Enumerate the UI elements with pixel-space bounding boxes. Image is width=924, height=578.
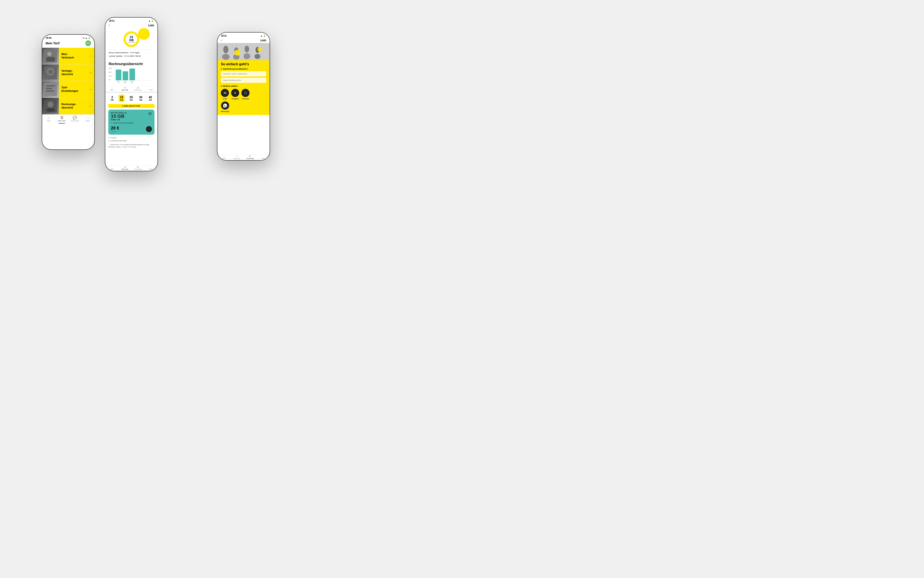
menu-label-4[interactable]: Rechnungs-übersicht → <box>59 98 94 114</box>
arrow-icon-3: → <box>89 87 92 91</box>
nav-tarif-label-left: Mein Tarif <box>58 120 65 122</box>
footer-note: → Jeweils zzgl. 10 € einmalige Bereitste… <box>108 144 154 148</box>
step2-label: 2. Medium wählen: <box>221 85 266 87</box>
gb-option-40[interactable]: 40 GB <box>148 95 154 102</box>
status-icons-left: ▪▪▪ ▲ 🔋 <box>83 37 91 39</box>
mehr-icon-mid2: ··· <box>151 166 152 168</box>
email-label: Email <box>222 98 227 100</box>
menu-text-1: MeinVerbrauch <box>62 53 74 59</box>
gb-option-25[interactable]: 25 GB <box>128 95 134 102</box>
page-title-left: Mein Tarif <box>45 42 60 45</box>
nav-start-right[interactable]: ⌂ Start <box>217 156 230 159</box>
status-bar-mid: 09:51 ▲ 🔋 <box>105 18 157 23</box>
nav-tarif-mid2[interactable]: ☰ Mein Tarif <box>118 166 131 170</box>
medium-threema[interactable]: ⬡ Threema <box>242 89 250 100</box>
menu-list-left: MeinVerbrauch → Vertrags-übersicht → Tar… <box>42 48 94 115</box>
nav-community-right[interactable]: 💬 Community <box>243 156 256 159</box>
new-volume-label: Neues Datenvolumen: <box>109 52 129 54</box>
nav-mehr-left[interactable]: ··· Mehr <box>81 116 94 123</box>
status-time-left: 09:49 <box>46 37 52 39</box>
menu-label-2[interactable]: Vertrags-übersicht → <box>59 65 94 81</box>
gb-option-30[interactable]: 30 GB <box>138 95 144 102</box>
nav-tarif-right[interactable]: ☰ Mein Tarif <box>230 156 243 159</box>
tab-tarif-mid[interactable]: ☰ Mein Tarif <box>118 87 131 91</box>
medium-telegram[interactable]: ✈ Telegram <box>231 89 239 100</box>
menu-img-3 <box>42 81 59 98</box>
tariff-section: 2 GB 15 GB 25 GB 30 GB 40 GB LIEBLINGSTA… <box>105 93 157 149</box>
nav-start-mid2[interactable]: ⌂ Start <box>105 166 118 170</box>
menu-text-2: Vertrags-übersicht <box>62 69 73 76</box>
tab-community-mid[interactable]: 💬 Community <box>131 87 144 91</box>
bottom-nav-right: ⌂ Start ☰ Mein Tarif 💬 Community ··· Meh… <box>217 154 270 160</box>
medium-whatsapp[interactable]: WhatsApp <box>221 101 229 112</box>
login-link-mid[interactable]: Login <box>148 24 154 26</box>
check-icon: ✓ <box>111 122 112 124</box>
status-bar-left: 09:49 ▪▪▪ ▲ 🔋 <box>42 35 94 40</box>
svg-point-20 <box>245 45 249 52</box>
input-phone[interactable] <box>221 78 266 83</box>
login-link-right[interactable]: Login <box>260 39 266 41</box>
telegram-label: Telegram <box>232 98 239 100</box>
gb-option-2[interactable]: 2 GB <box>110 95 115 102</box>
nav-community-mid2[interactable]: 💬 Community <box>131 166 144 170</box>
svg-rect-9 <box>46 90 54 92</box>
tab-mehr-mid[interactable]: ··· Mehr <box>144 87 157 91</box>
nav-community-left[interactable]: 💬 Community <box>68 116 81 123</box>
menu-label-1[interactable]: MeinVerbrauch → <box>59 48 94 64</box>
bar-chart-area: 30 € 20 € 10 € 0 € Okt.'23 Sept.'23 Aug.… <box>105 68 157 86</box>
info-icon[interactable]: ⓘ <box>148 112 152 115</box>
bar-okt <box>116 70 122 80</box>
input-name[interactable] <box>221 71 266 76</box>
home-icon-left: ⌂ <box>48 116 50 119</box>
donut-center: 15 GB von 15 GB <box>127 36 136 43</box>
back-btn-right[interactable]: ‹ <box>221 38 222 42</box>
billing-title: Rechnungsübersicht <box>105 60 157 68</box>
threema-label: Threema <box>242 98 249 100</box>
bottom-nav-mid-tariff: ⌂ Start ☰ Mein Tarif 💬 Community ··· Meh… <box>105 165 157 171</box>
menu-item-rechnung[interactable]: Rechnungs-übersicht → <box>42 98 94 115</box>
y-axis: 30 € 20 € 10 € 0 € <box>109 68 112 81</box>
tarif-icon-right: ☰ <box>237 156 238 157</box>
menu-item-vertrags[interactable]: Vertrags-übersicht → <box>42 65 94 81</box>
svg-rect-6 <box>44 83 57 96</box>
price-period: /Monat <box>111 131 119 133</box>
svg-point-21 <box>243 53 250 59</box>
price-arrow-btn[interactable]: → <box>146 126 152 132</box>
nav-start-left[interactable]: ⌂ Start <box>42 116 55 123</box>
label-okt: Okt.'23 <box>115 81 121 83</box>
last-update-row: Letztes Update: 27.11.2023 / 06:00 <box>109 54 154 58</box>
preisliste-link[interactable]: ⬇ Preisliste <box>108 136 154 140</box>
tariff-feature: ✓ Allnet Flat (Telefonie/SMS) <box>111 122 133 124</box>
tarif-icon-mid2: ☰ <box>124 166 126 168</box>
bar-sept <box>123 71 128 80</box>
lieblingstarf-badge: LIEBLINGSTARF <box>108 104 154 108</box>
tab-start-mid[interactable]: ⌂ Start <box>105 87 118 91</box>
nav-mehr-right[interactable]: ··· Mehr <box>256 156 270 159</box>
email-icon-circle: ✉ <box>221 89 229 97</box>
arrow-note-icon: → <box>108 144 110 145</box>
nav-tarif-left[interactable]: ☰ Mein Tarif <box>55 116 68 123</box>
bar-chart <box>115 68 154 81</box>
tarif-icon-left: ☰ <box>60 116 63 119</box>
tariff-card-header: MITTELWELLE 15 GB Daten LTE ✓ Allnet Fla… <box>111 112 152 124</box>
menu-label-3[interactable]: Tarif-Einstellungen → <box>59 81 94 97</box>
billing-section: Rechnungsübersicht 30 € 20 € 10 € 0 € Ok… <box>105 60 157 86</box>
nav-mehr-mid2[interactable]: ··· Mehr <box>144 166 157 170</box>
status-icons-mid: ▲ 🔋 <box>148 20 154 22</box>
back-btn-mid[interactable]: ‹ <box>109 23 110 27</box>
medium-email[interactable]: ✉ Email <box>221 89 229 100</box>
tarif-icon-mid-tab: ☰ <box>124 87 126 89</box>
phone-left: 09:49 ▪▪▪ ▲ 🔋 Mein Tarif RZ MeinVerbrauc… <box>42 34 95 150</box>
menu-text-3: Tarif-Einstellungen <box>62 86 78 93</box>
community-icon-mid2: 💬 <box>137 166 139 168</box>
home-icon-mid-tab: ⌂ <box>111 87 112 89</box>
community-icon-left: 💬 <box>73 116 77 119</box>
tariff-type: Daten LTE <box>111 119 133 121</box>
gb-option-15[interactable]: 15 GB <box>118 95 125 102</box>
footer-note-text: Jeweils zzgl. 10 € einmalige Bereitstell… <box>108 144 149 148</box>
menu-item-verbrauch[interactable]: MeinVerbrauch → <box>42 48 94 65</box>
menu-item-tarif[interactable]: Tarif-Einstellungen → <box>42 81 94 98</box>
avatar-left: RZ <box>85 41 91 46</box>
label-aug: Aug.'23 <box>129 81 135 83</box>
produktinfo-link[interactable]: ⬇ Produktinformationsblatt <box>108 140 154 142</box>
